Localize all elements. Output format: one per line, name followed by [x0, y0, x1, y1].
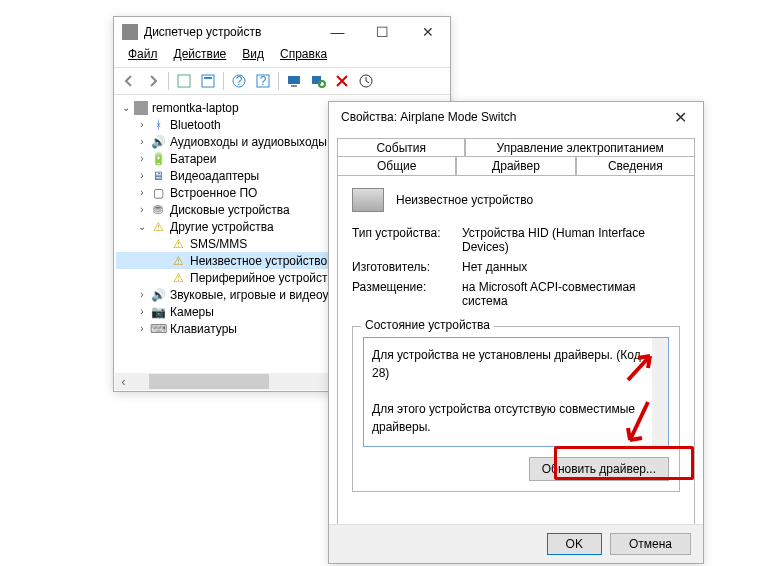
keyboard-icon: ⌨	[150, 321, 166, 337]
expand-icon[interactable]	[120, 102, 132, 113]
expand-icon[interactable]	[136, 153, 148, 164]
properties-button[interactable]	[197, 70, 219, 92]
tab-driver[interactable]: Драйвер	[456, 156, 575, 175]
close-button[interactable]: ✕	[405, 17, 450, 47]
node-label: Bluetooth	[170, 118, 221, 132]
expand-icon[interactable]	[136, 204, 148, 215]
node-label: Камеры	[170, 305, 214, 319]
maximize-button[interactable]: ☐	[360, 17, 405, 47]
node-label: Звуковые, игровые и видеоуст	[170, 288, 340, 302]
device-name: Неизвестное устройство	[396, 193, 533, 207]
svg-rect-0	[178, 75, 190, 87]
dm-app-icon	[122, 24, 138, 40]
firmware-icon: ▢	[150, 185, 166, 201]
expand-icon[interactable]	[136, 306, 148, 317]
menu-view[interactable]: Вид	[236, 47, 270, 67]
properties-dialog: Свойства: Airplane Mode Switch ✕ События…	[328, 101, 704, 564]
monitor-button[interactable]	[283, 70, 305, 92]
sound-icon: 🔊	[150, 287, 166, 303]
value-location: на Microsoft ACPI-совместимая система	[462, 280, 680, 308]
help2-button[interactable]: ?	[252, 70, 274, 92]
camera-icon: 📷	[150, 304, 166, 320]
node-label: Периферийное устройство	[190, 271, 340, 285]
audio-icon: 🔊	[150, 134, 166, 150]
toolbar-separator	[168, 72, 169, 90]
battery-icon: 🔋	[150, 151, 166, 167]
node-label: Другие устройства	[170, 220, 274, 234]
computer-icon	[134, 101, 148, 115]
status-scrollbar[interactable]	[652, 338, 668, 446]
show-hidden-button[interactable]	[173, 70, 195, 92]
display-icon: 🖥	[150, 168, 166, 184]
device-large-icon	[352, 188, 384, 212]
update-driver-button[interactable]: Обновить драйвер...	[529, 457, 669, 481]
node-label: Видеоадаптеры	[170, 169, 259, 183]
expand-icon[interactable]	[136, 136, 148, 147]
prop-titlebar[interactable]: Свойства: Airplane Mode Switch ✕	[329, 102, 703, 132]
dm-menubar: Файл Действие Вид Справка	[114, 47, 450, 67]
svg-point-10	[319, 81, 325, 87]
toolbar-separator	[278, 72, 279, 90]
cancel-button[interactable]: Отмена	[610, 533, 691, 555]
tab-general[interactable]: Общие	[337, 156, 456, 175]
tab-pane-general: Неизвестное устройство Тип устройства:Ус…	[337, 175, 695, 535]
forward-button[interactable]	[142, 70, 164, 92]
node-label: Батареи	[170, 152, 216, 166]
dm-toolbar: ? ?	[114, 67, 450, 95]
dm-titlebar[interactable]: Диспетчер устройств — ☐ ✕	[114, 17, 450, 47]
bluetooth-icon: ᚼ	[150, 117, 166, 133]
expand-icon[interactable]	[136, 289, 148, 300]
dialog-button-row: OK Отмена	[329, 524, 703, 563]
tab-control: События Управление электропитанием Общие…	[337, 138, 695, 535]
label-manufacturer: Изготовитель:	[352, 260, 462, 274]
node-label: SMS/MMS	[190, 237, 247, 251]
device-status-group: Состояние устройства Для устройства не у…	[352, 326, 680, 492]
tab-power[interactable]: Управление электропитанием	[465, 138, 695, 157]
node-label: Встроенное ПО	[170, 186, 257, 200]
scroll-left-button[interactable]: ‹	[115, 373, 132, 390]
disk-icon: ⛃	[150, 202, 166, 218]
help-button[interactable]: ?	[228, 70, 250, 92]
svg-text:?: ?	[236, 74, 243, 88]
expand-icon[interactable]	[136, 323, 148, 334]
update-button[interactable]	[355, 70, 377, 92]
node-label: Клавиатуры	[170, 322, 237, 336]
tree-root-label: remontka-laptop	[152, 101, 239, 115]
expand-icon[interactable]	[136, 170, 148, 181]
tab-events[interactable]: События	[337, 138, 465, 157]
svg-rect-2	[204, 77, 212, 79]
expand-icon[interactable]	[136, 119, 148, 130]
ok-button[interactable]: OK	[547, 533, 602, 555]
expand-icon[interactable]	[136, 187, 148, 198]
unknown-icon: ⚠	[150, 219, 166, 235]
value-manufacturer: Нет данных	[462, 260, 680, 274]
svg-text:?: ?	[260, 74, 267, 88]
node-label: Аудиовходы и аудиовыходы	[170, 135, 327, 149]
status-line-1: Для устройства не установлены драйверы. …	[372, 346, 660, 382]
unknown-device-icon: ⚠	[170, 236, 186, 252]
menu-file[interactable]: Файл	[122, 47, 164, 67]
menu-help[interactable]: Справка	[274, 47, 333, 67]
prop-close-button[interactable]: ✕	[658, 108, 703, 127]
back-button[interactable]	[118, 70, 140, 92]
value-device-type: Устройства HID (Human Interface Devices)	[462, 226, 680, 254]
minimize-button[interactable]: —	[315, 17, 360, 47]
device-status-legend: Состояние устройства	[361, 318, 494, 332]
status-line-2: Для этого устройства отсутствую совмести…	[372, 400, 660, 436]
menu-action[interactable]: Действие	[168, 47, 233, 67]
label-location: Размещение:	[352, 280, 462, 308]
svg-rect-7	[288, 76, 300, 84]
expand-icon[interactable]	[136, 221, 148, 232]
unknown-device-icon: ⚠	[170, 270, 186, 286]
dm-title: Диспетчер устройств	[144, 25, 315, 39]
label-device-type: Тип устройства:	[352, 226, 462, 254]
uninstall-button[interactable]	[331, 70, 353, 92]
prop-title: Свойства: Airplane Mode Switch	[337, 110, 658, 124]
scan-button[interactable]	[307, 70, 329, 92]
toolbar-separator	[223, 72, 224, 90]
tab-details[interactable]: Сведения	[576, 156, 695, 175]
scroll-thumb[interactable]	[149, 374, 269, 389]
svg-rect-1	[202, 75, 214, 87]
unknown-device-icon: ⚠	[170, 253, 186, 269]
device-status-text[interactable]: Для устройства не установлены драйверы. …	[363, 337, 669, 447]
